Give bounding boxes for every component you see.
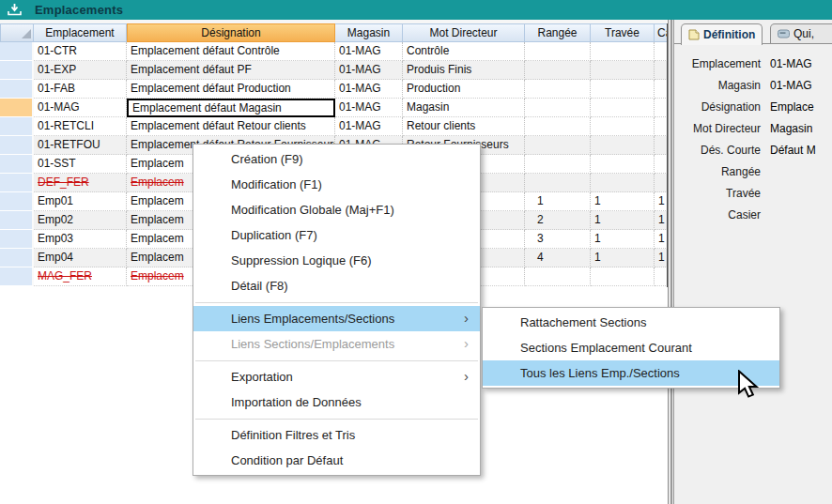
cell-emplacement[interactable]: Emp01	[34, 192, 127, 211]
column-header-rangee[interactable]: Rangée	[525, 23, 591, 42]
menu-item-duplication-f7[interactable]: Duplication (F7)	[193, 222, 480, 248]
cell-emplacement[interactable]: MAG_FER	[34, 267, 127, 286]
row-selector[interactable]	[0, 136, 34, 155]
cell-emplacement[interactable]: 01-EXP	[34, 61, 127, 80]
cell-designation[interactable]: Emplacement défaut PF	[127, 61, 335, 80]
cell-casier[interactable]: 1	[655, 230, 668, 249]
row-selector[interactable]	[0, 267, 34, 286]
cell-emplacement[interactable]: 01-RETCLI	[34, 117, 127, 136]
cell-casier[interactable]	[655, 80, 668, 99]
cell-travee[interactable]: 1	[591, 192, 655, 211]
menu-item-d-finition-filtres-et-tris[interactable]: Définition Filtres et Tris	[193, 422, 480, 448]
submenu-item-sections-emplacement-courant[interactable]: Sections Emplacement Courant	[483, 335, 779, 360]
cell-rangee[interactable]	[525, 267, 591, 286]
cell-emplacement[interactable]: 01-MAG	[34, 99, 127, 117]
cell-magasin[interactable]: 01-MAG	[335, 99, 403, 117]
cell-travee[interactable]	[591, 174, 655, 192]
cell-designation[interactable]: Emplacement défaut Magasin	[127, 99, 335, 117]
cell-casier[interactable]: 1	[655, 192, 668, 211]
menu-item-d-tail-f8[interactable]: Détail (F8)	[193, 273, 480, 298]
cell-casier[interactable]	[655, 61, 668, 80]
cell-rangee[interactable]	[525, 174, 591, 192]
cell-casier[interactable]	[655, 117, 668, 136]
cell-casier[interactable]: 1	[655, 211, 668, 230]
column-header-emplacement[interactable]: Emplacement	[34, 23, 127, 42]
cell-casier[interactable]	[655, 267, 668, 286]
row-selector[interactable]	[0, 174, 34, 192]
column-header-magasin[interactable]: Magasin	[335, 23, 403, 42]
cell-rangee[interactable]: 1	[525, 192, 591, 211]
cell-rangee[interactable]	[525, 136, 591, 155]
cell-designation[interactable]: Emplacement défaut Retour clients	[127, 117, 335, 136]
cell-mot_directeur[interactable]: Production	[403, 80, 525, 99]
cell-travee[interactable]	[591, 117, 655, 136]
cell-rangee[interactable]	[525, 42, 591, 61]
cell-casier[interactable]	[655, 174, 668, 192]
cell-emplacement[interactable]: DEF_FER	[34, 174, 127, 192]
menu-item-suppression-logique-f6[interactable]: Suppression Logique (F6)	[193, 248, 480, 273]
cell-travee[interactable]	[591, 99, 655, 117]
submenu-item-tous-les-liens-emp-sections[interactable]: Tous les Liens Emp./Sections	[483, 360, 779, 386]
row-selector[interactable]	[0, 42, 34, 61]
cell-travee[interactable]: 1	[591, 211, 655, 230]
row-selector[interactable]	[0, 211, 34, 230]
row-selector[interactable]	[0, 117, 34, 136]
row-selector[interactable]	[0, 80, 34, 99]
column-header-travee[interactable]: Travée	[591, 23, 655, 42]
cell-rangee[interactable]: 4	[525, 249, 591, 267]
row-selector[interactable]	[0, 192, 34, 211]
cell-emplacement[interactable]: 01-CTR	[34, 42, 127, 61]
menu-item-modification-globale-maj-f1[interactable]: Modification Globale (Maj+F1)	[193, 197, 480, 222]
cell-designation[interactable]: Emplacement défaut Contrôle	[127, 42, 335, 61]
cell-magasin[interactable]: 01-MAG	[335, 80, 403, 99]
cell-magasin[interactable]: 01-MAG	[335, 61, 403, 80]
cell-casier[interactable]	[655, 42, 668, 61]
column-header-casier[interactable]: Casier	[655, 23, 668, 42]
cell-travee[interactable]	[591, 80, 655, 99]
cell-travee[interactable]: 1	[591, 230, 655, 249]
cell-travee[interactable]	[591, 42, 655, 61]
cell-rangee[interactable]	[525, 80, 591, 99]
submenu-item-rattachement-sections[interactable]: Rattachement Sections	[483, 310, 779, 335]
cell-travee[interactable]	[591, 61, 655, 80]
row-selector[interactable]	[0, 99, 34, 117]
cell-emplacement[interactable]: Emp02	[34, 211, 127, 230]
menu-item-liens-emplacements-sections[interactable]: Liens Emplacements/Sections›	[193, 306, 480, 331]
cell-magasin[interactable]: 01-MAG	[335, 42, 403, 61]
cell-emplacement[interactable]: 01-SST	[34, 155, 127, 174]
cell-travee[interactable]	[591, 136, 655, 155]
row-selector[interactable]	[0, 155, 34, 174]
cell-rangee[interactable]	[525, 117, 591, 136]
cell-travee[interactable]	[591, 267, 655, 286]
row-selector[interactable]	[0, 249, 34, 267]
row-selector[interactable]	[0, 61, 34, 80]
menu-item-importation-de-donn-es[interactable]: Importation de Données	[193, 389, 480, 415]
row-selector[interactable]	[0, 230, 34, 249]
cell-rangee[interactable]	[525, 155, 591, 174]
cell-travee[interactable]	[591, 155, 655, 174]
cell-emplacement[interactable]: 01-RETFOU	[34, 136, 127, 155]
cell-rangee[interactable]	[525, 61, 591, 80]
cell-mot_directeur[interactable]: Produis Finis	[403, 61, 525, 80]
cell-casier[interactable]: 1	[655, 249, 668, 267]
cell-mot_directeur[interactable]: Magasin	[403, 99, 525, 117]
column-header-mot_directeur[interactable]: Mot Directeur	[403, 23, 525, 42]
cell-magasin[interactable]: 01-MAG	[335, 117, 403, 136]
cell-travee[interactable]: 1	[591, 249, 655, 267]
menu-item-condition-par-d-faut[interactable]: Condition par Défaut	[193, 448, 480, 473]
cell-rangee[interactable]: 3	[525, 230, 591, 249]
cell-emplacement[interactable]: Emp03	[34, 230, 127, 249]
cell-casier[interactable]	[655, 99, 668, 117]
tab-definition[interactable]: Définition	[681, 23, 763, 45]
cell-rangee[interactable]	[525, 99, 591, 117]
cell-casier[interactable]	[655, 155, 668, 174]
menu-item-cr-ation-f9[interactable]: Création (F9)	[193, 146, 480, 172]
cell-designation[interactable]: Emplacement défaut Production	[127, 80, 335, 99]
cell-emplacement[interactable]: 01-FAB	[34, 80, 127, 99]
menu-item-exportation[interactable]: Exportation›	[193, 364, 480, 389]
cell-casier[interactable]	[655, 136, 668, 155]
tab-qui[interactable]: Qui,	[770, 23, 832, 43]
menu-item-modification-f1[interactable]: Modification (F1)	[193, 172, 480, 197]
select-all-header-cell[interactable]	[0, 23, 34, 42]
column-header-designation[interactable]: Désignation	[127, 23, 335, 42]
